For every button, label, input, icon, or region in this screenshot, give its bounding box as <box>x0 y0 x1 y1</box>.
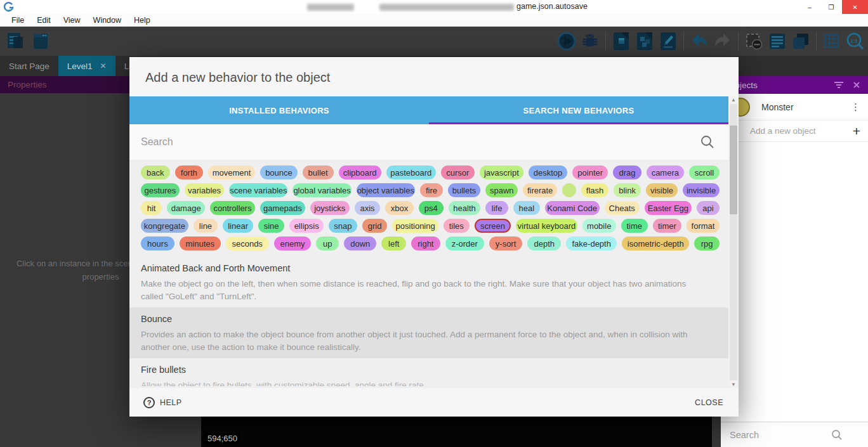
tag-chip-axis[interactable]: axis <box>355 201 381 215</box>
tag-chip-virtual-keyboard[interactable]: virtual keyboard <box>516 219 577 233</box>
tag-chip-line[interactable]: line <box>194 219 218 233</box>
tag-chip-drag[interactable]: drag <box>613 165 641 179</box>
tag-chip-fake-depth[interactable]: fake-depth <box>566 236 617 250</box>
dialog-tab-search-new-behaviors[interactable]: SEARCH NEW BEHAVIORS <box>429 96 728 124</box>
start-page-icon[interactable] <box>30 30 51 52</box>
tag-chip-easter-egg[interactable]: Easter Egg <box>645 201 692 215</box>
project-manager-icon[interactable] <box>5 30 25 52</box>
layers-icon[interactable] <box>791 30 811 52</box>
tag-chip-forth[interactable]: forth <box>175 165 203 179</box>
instances-list-icon[interactable] <box>767 30 787 52</box>
tag-chip-joysticks[interactable]: joysticks <box>310 201 350 215</box>
close-dialog-button[interactable]: CLOSE <box>695 398 723 407</box>
dialog-tab-installed-behaviors[interactable]: INSTALLED BEHAVIORS <box>129 96 429 124</box>
tag-chip-snap[interactable]: snap <box>329 219 357 233</box>
clear-selection-icon[interactable] <box>744 30 764 52</box>
tag-chip-cheats[interactable]: Cheats <box>605 201 640 215</box>
tag-chip-back[interactable]: back <box>141 165 170 179</box>
tag-chip-health[interactable]: health <box>449 201 481 215</box>
tag-chip-api[interactable]: api <box>697 201 720 215</box>
behavior-list-item-bounce[interactable]: BounceProvides an action to make the obj… <box>129 308 728 358</box>
grid-icon[interactable] <box>822 30 842 52</box>
tag-chip-down[interactable]: down <box>344 236 376 250</box>
tag-chip-gamepads[interactable]: gamepads <box>260 201 305 215</box>
tag-chip-visible[interactable]: visible <box>646 183 678 197</box>
behavior-list-item-fire-bullets[interactable]: Fire bulletsAllow the object to fire bul… <box>129 358 728 386</box>
tag-chip-pointer[interactable]: pointer <box>572 165 608 179</box>
tag-chip-camera[interactable]: camera <box>647 165 684 179</box>
tag-chip-grid[interactable]: grid <box>362 219 388 233</box>
tag-chip-depth[interactable]: depth <box>527 236 561 250</box>
tag-chip-up[interactable]: up <box>316 236 339 250</box>
tag-chip-spawn[interactable]: spawn <box>485 183 518 197</box>
object-list-item[interactable]: Monster ⋮ <box>721 94 868 120</box>
tag-chip-heal[interactable]: heal <box>513 201 540 215</box>
tag-chip-fire[interactable]: fire <box>420 183 443 197</box>
tag-chip-javascript[interactable]: javascript <box>480 165 523 179</box>
tag-chip-right[interactable]: right <box>411 236 440 250</box>
menu-help[interactable]: Help <box>128 14 157 26</box>
tag-chip-konami-code[interactable]: Konami Code <box>545 201 600 215</box>
behavior-list-item-animated-back-and-forth-movement[interactable]: Animated Back and Forth MovementMake the… <box>129 257 728 308</box>
tag-chip-mobile[interactable]: mobile <box>582 219 616 233</box>
tag-chip-bullet[interactable]: bullet <box>303 165 334 179</box>
tag-chip-screen[interactable]: screen <box>475 219 511 233</box>
tag-chip-z-order[interactable]: z-order <box>445 236 484 250</box>
objects-search-input[interactable] <box>730 430 831 440</box>
tag-chip-tiles[interactable]: tiles <box>444 219 470 233</box>
objects-panel-header[interactable]: Objects <box>721 76 868 94</box>
tag-chip-xbox[interactable]: xbox <box>385 201 413 215</box>
undo-icon[interactable] <box>689 30 709 52</box>
tag-chip-damage[interactable]: damage <box>167 201 205 215</box>
editor-tab-start-page[interactable]: Start Page <box>0 56 58 76</box>
menu-file[interactable]: File <box>5 14 30 26</box>
restore-button[interactable]: ❐ <box>820 0 842 14</box>
tag-chip-gestures[interactable]: gestures <box>141 183 180 197</box>
filter-icon[interactable] <box>834 81 844 89</box>
tag-chip-pasteboard[interactable]: pasteboard <box>386 165 436 179</box>
tag-chip[interactable] <box>562 183 576 197</box>
scroll-down-arrow[interactable]: ▼ <box>728 382 739 387</box>
tag-chip-global-variables[interactable]: global variables <box>293 183 351 197</box>
tag-chip-seconds[interactable]: seconds <box>226 236 269 250</box>
tag-chip-format[interactable]: format <box>687 219 720 233</box>
close-window-button[interactable]: ✕ <box>842 0 868 14</box>
edit-scene-document-icon[interactable] <box>658 30 678 52</box>
object-menu-icon[interactable]: ⋮ <box>851 103 860 111</box>
tag-chip-variables[interactable]: variables <box>185 183 224 197</box>
behavior-search-input[interactable] <box>141 136 700 148</box>
tag-chip-scroll[interactable]: scroll <box>689 165 720 179</box>
tag-chip-hit[interactable]: hit <box>141 201 162 215</box>
tag-chip-ps4[interactable]: ps4 <box>419 201 444 215</box>
tag-chip-flash[interactable]: flash <box>581 183 608 197</box>
tag-chip-firerate[interactable]: firerate <box>523 183 556 197</box>
redo-icon[interactable] <box>713 30 733 52</box>
tag-chip-kongregate[interactable]: kongregate <box>141 219 188 233</box>
debug-icon[interactable] <box>580 30 600 52</box>
tag-chip-isometric-depth[interactable]: isometric-depth <box>622 236 689 250</box>
tag-chip-cursor[interactable]: cursor <box>441 165 475 179</box>
tag-chip-linear[interactable]: linear <box>223 219 253 233</box>
tag-chip-y-sort[interactable]: y-sort <box>489 236 523 250</box>
help-button[interactable]: ? HELP <box>143 397 182 408</box>
objects-group-document-icon[interactable] <box>635 30 655 52</box>
tag-chip-bullets[interactable]: bullets <box>448 183 480 197</box>
tag-chip-clipboard[interactable]: clipboard <box>339 165 381 179</box>
tag-chip-timer[interactable]: timer <box>653 219 681 233</box>
close-panel-icon[interactable] <box>853 81 860 89</box>
tag-chip-life[interactable]: life <box>485 201 508 215</box>
tag-chip-desktop[interactable]: desktop <box>529 165 567 179</box>
tab-close-icon[interactable]: ✕ <box>100 62 107 70</box>
tag-chip-blink[interactable]: blink <box>614 183 641 197</box>
editor-tab-level1[interactable]: Level1✕ <box>58 56 115 76</box>
scrollbar-thumb[interactable] <box>730 126 737 214</box>
tag-chip-time[interactable]: time <box>621 219 648 233</box>
tag-chip-bounce[interactable]: bounce <box>260 165 298 179</box>
tag-chip-minutes[interactable]: minutes <box>180 236 221 250</box>
tag-chip-positioning[interactable]: positioning <box>392 219 438 233</box>
minimize-button[interactable]: – <box>799 0 820 14</box>
tag-chip-sine[interactable]: sine <box>258 219 284 233</box>
tag-chip-ellipsis[interactable]: ellipsis <box>289 219 324 233</box>
menu-edit[interactable]: Edit <box>30 14 57 26</box>
menu-view[interactable]: View <box>57 14 87 26</box>
